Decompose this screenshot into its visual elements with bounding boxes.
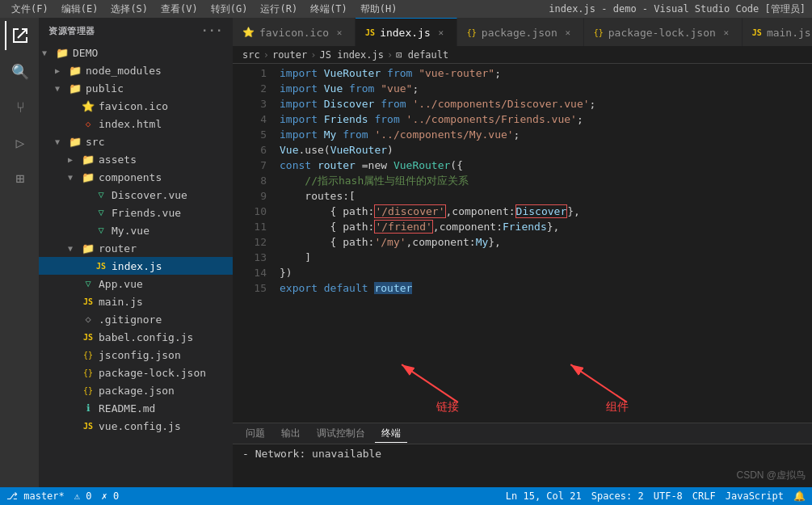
window-title: index.js - demo - Visual Studio Code [管理… (549, 2, 806, 16)
panel-tab-output[interactable]: 输出 (275, 425, 307, 442)
activity-extensions[interactable]: ⊞ (5, 163, 34, 192)
tree-label-node-modules: node_modules (86, 65, 162, 77)
main-layout: 🔍 ⑂ ▷ ⊞ 资源管理器 ··· ▼ 📁 DEMO ▶ 📁 node_modu… (0, 18, 812, 487)
tree-item-src[interactable]: ▼ 📁 src (39, 133, 233, 150)
tab-index-js[interactable]: JS index.js ✕ (356, 18, 457, 46)
activity-source-control[interactable]: ⑂ (5, 92, 34, 121)
tree-item-package-json[interactable]: {} package.json (39, 381, 233, 399)
folder-icon-assets: 📁 (81, 152, 95, 166)
vue-icon-discover: ▽ (94, 187, 108, 202)
tree-item-main-js[interactable]: JS main.js (39, 292, 233, 310)
code-line-2: import Vue from "vue"; (280, 81, 812, 96)
tree-label-demo: DEMO (73, 47, 98, 59)
tree-item-jsconfig[interactable]: {} jsconfig.json (39, 346, 233, 364)
tree-item-assets[interactable]: ▶ 📁 assets (39, 150, 233, 168)
tree-item-vue-config[interactable]: JS vue.config.js (39, 417, 233, 435)
tree-item-public[interactable]: ▼ 📁 public (39, 79, 233, 97)
tree-item-babel-config[interactable]: JS babel.config.js (39, 328, 233, 346)
status-language[interactable]: JavaScript (726, 490, 784, 502)
line-numbers: 12345 678910 1112131415 (233, 64, 273, 358)
folder-arrow-src: ▼ (55, 137, 68, 146)
code-line-7: const router =new VueRouter({ (280, 158, 812, 173)
menu-edit[interactable]: 编辑(E) (57, 2, 103, 16)
tree-item-router[interactable]: ▼ 📁 router (39, 239, 233, 257)
menu-file[interactable]: 文件(F) (6, 2, 53, 16)
tab-favicon[interactable]: ⭐ favicon.ico ✕ (233, 18, 356, 46)
menu-select[interactable]: 选择(S) (106, 2, 153, 16)
menu-view[interactable]: 查看(V) (156, 2, 203, 16)
tree-item-package-lock[interactable]: {} package-lock.json (39, 364, 233, 381)
tree-label-gitignore: .gitignore (99, 314, 162, 326)
breadcrumb: src › router › JS index.js › ⊡ default (233, 46, 812, 64)
tree-label-package-lock: package-lock.json (99, 367, 206, 379)
breadcrumb-src[interactable]: src (242, 49, 260, 61)
tabs-bar: ⭐ favicon.ico ✕ JS index.js ✕ {} package… (233, 18, 812, 46)
activity-explorer[interactable] (5, 21, 34, 50)
tree-item-friends-vue[interactable]: ▽ Friends.vue (39, 204, 233, 221)
status-errors[interactable]: ⚠ 0 (74, 490, 92, 502)
tree-label-index-html: index.html (99, 118, 162, 130)
panel-tab-problems[interactable]: 问题 (239, 425, 271, 442)
folder-arrow-public: ▼ (55, 84, 68, 93)
panel-tab-debug[interactable]: 调试控制台 (310, 425, 372, 442)
folder-icon-node-modules: 📁 (68, 63, 82, 78)
status-line-ending[interactable]: CRLF (692, 490, 716, 502)
tree-item-index-js[interactable]: JS index.js (39, 257, 233, 275)
breadcrumb-file[interactable]: JS index.js (320, 49, 384, 61)
tree-label-main-js: main.js (99, 296, 143, 308)
tree-item-readme[interactable]: ℹ README.md (39, 399, 233, 417)
status-notification[interactable]: 🔔 (793, 490, 806, 502)
js-icon-index: JS (94, 259, 108, 273)
status-position[interactable]: Ln 15, Col 21 (506, 490, 582, 502)
code-line-11: { path:'/friend',component:Friends}, (280, 219, 812, 234)
menu-help[interactable]: 帮助(H) (356, 2, 402, 16)
tab-favicon-close[interactable]: ✕ (334, 27, 345, 38)
vue-icon-app: ▽ (81, 276, 95, 291)
tree-item-discover-vue[interactable]: ▽ Discover.vue (39, 186, 233, 204)
tree-item-gitignore[interactable]: ◇ .gitignore (39, 310, 233, 328)
annotation-area: 链接 组件 (233, 358, 812, 423)
tree-item-favicon[interactable]: ⭐ favicon.ico (39, 97, 233, 115)
panel-tab-terminal[interactable]: 终端 (375, 425, 407, 443)
tab-package-lock-close[interactable]: ✕ (721, 27, 732, 38)
code-line-10: { path:'/discover',component:Discover}, (280, 204, 812, 219)
activity-run[interactable]: ▷ (5, 128, 34, 157)
tab-package-lock-json[interactable]: {} package-lock.json ✕ (584, 18, 743, 46)
tree-item-index-html[interactable]: ◇ index.html (39, 115, 233, 133)
folder-arrow-components: ▼ (68, 173, 81, 182)
status-branch[interactable]: ⎇ master* (6, 490, 65, 502)
tree-label-favicon: favicon.ico (99, 100, 168, 112)
status-right: Ln 15, Col 21 Spaces: 2 UTF-8 CRLF JavaS… (506, 490, 806, 502)
tree-label-router: router (99, 242, 137, 255)
code-content[interactable]: import VueRouter from "vue-router"; impo… (273, 64, 812, 358)
tab-index-js-close[interactable]: ✕ (435, 27, 447, 38)
status-spaces[interactable]: Spaces: 2 (591, 490, 644, 502)
sidebar-more-button[interactable]: ··· (201, 24, 223, 37)
tab-main-js[interactable]: JS main.js ✕ (743, 18, 812, 46)
code-editor[interactable]: 12345 678910 1112131415 import VueRouter… (233, 64, 812, 358)
status-encoding[interactable]: UTF-8 (654, 490, 683, 502)
activity-bar: 🔍 ⑂ ▷ ⊞ (0, 18, 39, 487)
breadcrumb-symbol[interactable]: ⊡ default (396, 49, 448, 61)
tree-item-app-vue[interactable]: ▽ App.vue (39, 275, 233, 292)
tree-label-babel-config: babel.config.js (99, 331, 193, 343)
sidebar: 资源管理器 ··· ▼ 📁 DEMO ▶ 📁 node_modules ▼ 📁 … (39, 18, 233, 487)
breadcrumb-router[interactable]: router (272, 49, 307, 61)
tree-label-friends-vue: Friends.vue (111, 207, 181, 219)
status-warnings[interactable]: ✗ 0 (101, 490, 119, 502)
tree-item-my-vue[interactable]: ▽ My.vue (39, 221, 233, 239)
breadcrumb-sep3: › (387, 49, 393, 61)
menu-run[interactable]: 运行(R) (255, 2, 302, 16)
menu-terminal[interactable]: 终端(T) (305, 2, 352, 16)
code-line-6: Vue.use(VueRouter) (280, 142, 812, 158)
folder-icon-src: 📁 (68, 134, 82, 149)
tab-package-json[interactable]: {} package.json ✕ (457, 18, 584, 46)
annotation-arrows (233, 358, 812, 423)
tree-item-components[interactable]: ▼ 📁 components (39, 168, 233, 186)
tree-item-node-modules[interactable]: ▶ 📁 node_modules (39, 61, 233, 79)
menu-goto[interactable]: 转到(G) (206, 2, 253, 16)
tree-item-demo[interactable]: ▼ 📁 DEMO (39, 44, 233, 61)
titlebar: 文件(F) 编辑(E) 选择(S) 查看(V) 转到(G) 运行(R) 终端(T… (0, 0, 812, 18)
tab-package-json-close[interactable]: ✕ (562, 27, 574, 38)
activity-search[interactable]: 🔍 (5, 57, 34, 86)
